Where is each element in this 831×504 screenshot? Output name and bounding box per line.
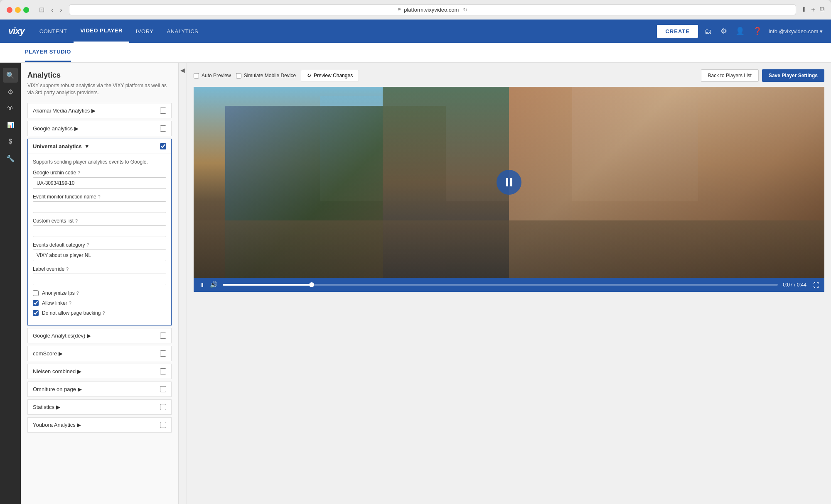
back-to-players-button[interactable]: Back to Players List — [701, 69, 759, 82]
sidebar-settings-btn[interactable]: ⚙ — [3, 84, 18, 99]
progress-thumb — [309, 282, 314, 287]
youbora-checkbox[interactable] — [160, 422, 166, 428]
anonymize-ips-checkbox[interactable] — [33, 290, 39, 296]
reload-icon[interactable]: ↻ — [463, 7, 467, 13]
create-button[interactable]: CREATE — [657, 25, 698, 38]
tab-player-studio[interactable]: PLAYER STUDIO — [25, 43, 71, 62]
no-page-tracking-label[interactable]: Do not allow page tracking ? — [42, 310, 105, 316]
preview-changes-button[interactable]: ↻ Preview Changes — [301, 70, 359, 81]
youbora-header[interactable]: Youbora Analytics ▶ — [28, 418, 171, 432]
left-panel: Analytics VIXY supports robust analytics… — [21, 63, 179, 504]
help-icon[interactable]: ❓ — [751, 25, 764, 37]
no-page-tracking-checkbox[interactable] — [33, 310, 39, 316]
auto-preview-checkbox[interactable] — [194, 73, 199, 78]
omniture-title: Omniture on page ▶ — [33, 386, 82, 392]
simulate-mobile-checkbox[interactable] — [236, 73, 241, 78]
gear-icon[interactable]: ⚙ — [719, 25, 729, 37]
google-analytics-checkbox[interactable] — [160, 125, 166, 132]
statistics-item: Statistics ▶ — [27, 399, 172, 415]
nielsen-title: Nielsen combined ▶ — [33, 368, 81, 374]
minimize-button[interactable] — [15, 7, 21, 13]
sidebar-wrench-btn[interactable]: 🔧 — [3, 151, 18, 166]
user-icon[interactable]: 👤 — [734, 25, 746, 37]
events-default-input[interactable] — [33, 250, 166, 261]
progress-fill — [223, 284, 312, 286]
sidebar-chart-btn[interactable]: 📊 — [3, 117, 18, 132]
tabs-icon[interactable]: ⧉ — [820, 5, 824, 14]
google-urchin-group: Google urchin code ? — [33, 170, 166, 189]
anonymize-ips-help-icon[interactable]: ? — [76, 291, 79, 296]
omniture-header[interactable]: Omniture on page ▶ — [28, 382, 171, 396]
fullscreen-button[interactable]: ⛶ — [813, 281, 819, 289]
event-monitor-input[interactable] — [33, 201, 166, 213]
play-pause-ctrl[interactable]: ⏸ — [199, 281, 205, 289]
events-default-help-icon[interactable]: ? — [86, 242, 89, 247]
panel-collapse[interactable]: ◀ — [179, 63, 187, 504]
nielsen-item: Nielsen combined ▶ — [27, 364, 172, 379]
app: vixy CONTENT VIDEO PLAYER IVORY ANALYTIC… — [0, 20, 831, 504]
custom-events-input[interactable] — [33, 225, 166, 237]
sidebar-toggle-btn[interactable]: ⊡ — [37, 5, 46, 15]
event-monitor-label: Event monitor function name ? — [33, 194, 166, 200]
urchin-help-icon[interactable]: ? — [78, 170, 80, 175]
panel-title: Analytics — [27, 71, 172, 80]
statistics-checkbox[interactable] — [160, 404, 166, 410]
nav-item-ivory[interactable]: IVORY — [129, 20, 160, 43]
progress-bar[interactable] — [223, 284, 778, 286]
akamai-header[interactable]: Akamai Media Analytics ▶ — [28, 103, 171, 118]
no-page-tracking-help-icon[interactable]: ? — [102, 311, 105, 316]
label-override-group: Label override ? — [33, 266, 166, 285]
google-analytics-dev-item: Google Analytics(dev) ▶ — [27, 328, 172, 343]
address-bar[interactable]: ⚑ platform.vixyvideo.com ↻ — [69, 4, 796, 15]
user-email[interactable]: info @vixyvideo.com ▾ — [769, 28, 823, 34]
label-override-input[interactable] — [33, 274, 166, 285]
universal-analytics-checkbox[interactable] — [160, 143, 166, 149]
nav-item-video-player[interactable]: VIDEO PLAYER — [74, 20, 129, 43]
nav-item-analytics[interactable]: ANALYTICS — [160, 20, 205, 43]
universal-analytics-header[interactable]: Universal analytics ▼ — [28, 139, 171, 154]
nav-items: CONTENT VIDEO PLAYER IVORY ANALYTICS — [33, 20, 657, 43]
label-override-help-icon[interactable]: ? — [66, 267, 69, 272]
google-analytics-header[interactable]: Google analytics ▶ — [28, 121, 171, 136]
akamai-checkbox[interactable] — [160, 108, 166, 114]
close-button[interactable] — [7, 7, 12, 13]
event-monitor-help-icon[interactable]: ? — [98, 194, 101, 199]
save-player-settings-button[interactable]: Save Player Settings — [762, 69, 824, 82]
statistics-header[interactable]: Statistics ▶ — [28, 400, 171, 414]
sidebar-dollar-btn[interactable]: $ — [3, 134, 18, 149]
custom-events-help-icon[interactable]: ? — [75, 218, 78, 223]
google-urchin-input[interactable] — [33, 177, 166, 189]
allow-linker-checkbox[interactable] — [33, 300, 39, 306]
nielsen-checkbox[interactable] — [160, 368, 166, 374]
google-analytics-dev-checkbox[interactable] — [160, 333, 166, 339]
new-tab-icon[interactable]: ＋ — [810, 5, 816, 14]
allow-linker-help-icon[interactable]: ? — [69, 301, 71, 306]
pause-icon — [506, 178, 512, 186]
google-analytics-dev-header[interactable]: Google Analytics(dev) ▶ — [28, 328, 171, 343]
share-icon[interactable]: ⬆ — [801, 5, 806, 14]
anonymize-ips-label[interactable]: Anonymize Ips ? — [42, 290, 79, 296]
label-override-label: Label override ? — [33, 266, 166, 272]
comscore-checkbox[interactable] — [160, 350, 166, 357]
collapse-icon[interactable]: ◀ — [180, 67, 185, 73]
google-analytics-dev-title: Google Analytics(dev) ▶ — [33, 333, 91, 339]
nielsen-header[interactable]: Nielsen combined ▶ — [28, 364, 171, 379]
forward-nav-btn[interactable]: › — [58, 5, 64, 15]
pause-button[interactable] — [497, 170, 521, 195]
volume-ctrl[interactable]: 🔊 — [210, 281, 218, 289]
events-default-group: Events default category ? — [33, 242, 166, 261]
allow-linker-label[interactable]: Allow linker ? — [42, 300, 71, 306]
comscore-header[interactable]: comScore ▶ — [28, 346, 171, 361]
sidebar-search-btn[interactable]: 🔍 — [3, 68, 18, 83]
player-controls: ⏸ 🔊 0:07 / 0:44 ⛶ — [194, 278, 824, 292]
nav-item-content[interactable]: CONTENT — [33, 20, 74, 43]
sidebar-eye-btn[interactable]: 👁 — [3, 101, 18, 116]
folder-icon[interactable]: 🗂 — [703, 25, 714, 37]
universal-analytics-content: Supports sending player analytics events… — [28, 154, 171, 325]
maximize-button[interactable] — [23, 7, 29, 13]
events-default-label: Events default category ? — [33, 242, 166, 248]
omniture-checkbox[interactable] — [160, 386, 166, 392]
google-analytics-title: Google analytics ▶ — [33, 125, 79, 132]
back-nav-btn[interactable]: ‹ — [49, 5, 55, 15]
player-toolbar: Auto Preview Simulate Mobile Device ↻ Pr… — [194, 69, 824, 82]
